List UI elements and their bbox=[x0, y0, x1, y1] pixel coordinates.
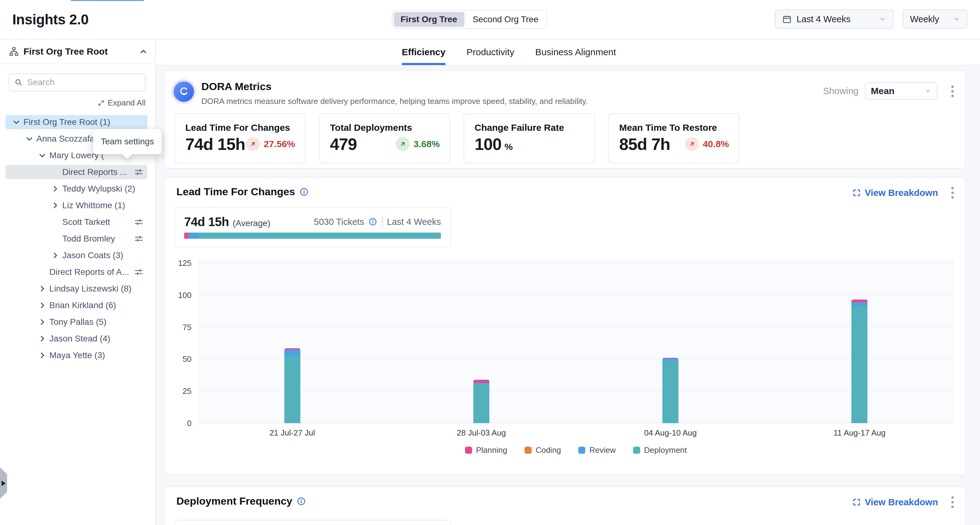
tree-item[interactable]: Jason Coats (3) bbox=[0, 247, 155, 264]
legend-item-review: Review bbox=[578, 445, 616, 455]
bar-segment-deployment bbox=[473, 383, 489, 423]
tree-item-label: Todd Bromley bbox=[62, 234, 115, 244]
chevron-down-icon[interactable] bbox=[38, 151, 46, 159]
lead-time-chart bbox=[198, 259, 954, 423]
deployment-summary-card bbox=[174, 520, 451, 525]
gridline bbox=[198, 358, 954, 359]
bar-segment-planning bbox=[851, 299, 867, 302]
gridline bbox=[198, 327, 954, 327]
gridline bbox=[198, 390, 954, 391]
team-settings-icon[interactable] bbox=[134, 218, 143, 227]
tree-item[interactable]: Teddy Wylupski (2) bbox=[0, 180, 155, 197]
stat-label: Total Deployments bbox=[330, 123, 440, 133]
divider bbox=[382, 217, 383, 228]
info-icon[interactable] bbox=[369, 218, 378, 227]
bar-segment-review bbox=[284, 350, 300, 355]
tab-business-alignment[interactable]: Business Alignment bbox=[535, 39, 616, 65]
chevron-down-icon[interactable] bbox=[25, 135, 33, 143]
tree-item[interactable]: Jason Stead (4) bbox=[0, 330, 155, 347]
tab-productivity[interactable]: Productivity bbox=[466, 39, 514, 65]
tree-item-label: Teddy Wylupski (2) bbox=[62, 184, 135, 194]
chart-y-axis: 0255075100125 bbox=[164, 259, 191, 423]
toggle-first-org-tree[interactable]: First Org Tree bbox=[394, 12, 464, 27]
chevron-right-icon[interactable] bbox=[38, 301, 46, 309]
bar-11-aug-17-aug[interactable] bbox=[851, 299, 867, 423]
collapse-panel-icon[interactable] bbox=[139, 47, 148, 56]
tree-item[interactable]: Maya Yette (3) bbox=[0, 347, 155, 364]
team-settings-icon[interactable] bbox=[134, 167, 143, 177]
granularity-dropdown[interactable]: Weekly bbox=[903, 10, 967, 29]
lead-time-kebab-menu[interactable] bbox=[951, 187, 954, 199]
team-settings-icon[interactable] bbox=[134, 234, 143, 243]
legend-swatch bbox=[578, 447, 585, 454]
view-breakdown-label: View Breakdown bbox=[865, 188, 938, 198]
deployment-frequency-title: Deployment Frequency bbox=[177, 495, 292, 507]
y-tick-label: 125 bbox=[164, 258, 191, 268]
chevron-down-icon[interactable] bbox=[12, 118, 20, 126]
tree-item[interactable]: Direct Reports ... bbox=[0, 164, 155, 180]
expand-corners-icon bbox=[852, 498, 861, 506]
bar-segment-planning bbox=[473, 380, 489, 383]
view-breakdown-button[interactable]: View Breakdown bbox=[852, 188, 938, 198]
dora-kebab-menu[interactable] bbox=[951, 86, 954, 97]
search-input[interactable] bbox=[27, 78, 140, 87]
delta-badge: 3.68% bbox=[396, 137, 440, 151]
stat-value: 100 bbox=[474, 135, 501, 154]
dist-segment-planning bbox=[184, 232, 188, 239]
info-icon[interactable] bbox=[297, 496, 306, 506]
y-tick-label: 100 bbox=[164, 290, 191, 300]
tab-efficiency[interactable]: Efficiency bbox=[402, 39, 445, 65]
toggle-second-org-tree[interactable]: Second Org Tree bbox=[466, 12, 545, 27]
y-tick-label: 0 bbox=[164, 418, 191, 428]
triangle-right-icon bbox=[2, 480, 6, 486]
chevron-right-icon[interactable] bbox=[51, 185, 59, 193]
delta-value: 27.56% bbox=[264, 139, 295, 149]
tree-item[interactable]: Lindsay Liszewski (8) bbox=[0, 280, 155, 297]
dora-stat-cards: Lead Time For Changes 74d 15h 27.56%Tota… bbox=[174, 113, 740, 164]
tree-item[interactable]: Tony Pallas (5) bbox=[0, 314, 155, 330]
tickets-count: 5030 Tickets bbox=[314, 217, 364, 227]
tree-item-label: Jason Stead (4) bbox=[49, 334, 110, 344]
legend-item-deployment: Deployment bbox=[633, 445, 687, 455]
sidebar-search[interactable] bbox=[9, 73, 146, 91]
tree-item-label: Liz Whittome (1) bbox=[62, 200, 125, 210]
tree-item-label: First Org Tree Root (1) bbox=[24, 117, 110, 127]
deployment-kebab-menu[interactable] bbox=[951, 496, 954, 508]
delta-badge: 40.8% bbox=[685, 137, 729, 151]
showing-dropdown[interactable]: Mean bbox=[865, 82, 937, 100]
info-icon[interactable] bbox=[299, 187, 309, 196]
x-tick-label: 21 Jul-27 Jul bbox=[252, 428, 332, 438]
chevron-right-icon[interactable] bbox=[38, 318, 46, 326]
chevron-right-icon[interactable] bbox=[38, 352, 46, 360]
sidebar-title: First Org Tree Root bbox=[24, 46, 139, 57]
legend-swatch bbox=[465, 447, 472, 454]
chevron-right-icon[interactable] bbox=[38, 335, 46, 343]
org-tree-toggle: First Org Tree Second Org Tree bbox=[392, 10, 547, 29]
legend-label: Planning bbox=[476, 445, 507, 455]
tree-item-label: Tony Pallas (5) bbox=[49, 317, 107, 327]
tree-item[interactable]: First Org Tree Root (1) bbox=[0, 114, 155, 130]
bar-04-aug-10-aug[interactable] bbox=[662, 358, 678, 423]
trend-up-icon bbox=[685, 137, 699, 151]
bar-21-jul-27-jul[interactable] bbox=[284, 348, 300, 423]
tree-item[interactable]: Brian Kirkland (6) bbox=[0, 297, 155, 314]
deployment-frequency-panel: Deployment Frequency View Breakdown bbox=[164, 487, 966, 525]
chevron-right-icon[interactable] bbox=[38, 285, 46, 293]
tree-item[interactable]: Todd Bromley bbox=[0, 231, 155, 247]
view-breakdown-button[interactable]: View Breakdown bbox=[852, 497, 938, 508]
team-settings-icon[interactable] bbox=[134, 267, 143, 277]
date-range-dropdown[interactable]: Last 4 Weeks bbox=[775, 10, 893, 29]
tree-item[interactable]: Liz Whittome (1) bbox=[0, 197, 155, 214]
chevron-right-icon[interactable] bbox=[51, 201, 59, 210]
bar-28-jul-03-aug[interactable] bbox=[473, 380, 489, 423]
org-tree-sidebar: First Org Tree Root Expand All First Org… bbox=[0, 40, 156, 525]
chevron-down-icon bbox=[924, 88, 931, 94]
expand-all-button[interactable]: Expand All bbox=[0, 98, 146, 108]
expand-all-icon bbox=[98, 100, 105, 107]
tree-item-label: Brian Kirkland (6) bbox=[49, 301, 116, 310]
toggle-divider bbox=[465, 13, 465, 25]
chevron-right-icon[interactable] bbox=[51, 251, 59, 259]
tree-item[interactable]: Direct Reports of A... bbox=[0, 264, 155, 280]
tree-item[interactable]: Scott Tarkett bbox=[0, 214, 155, 231]
legend-swatch bbox=[633, 447, 640, 454]
